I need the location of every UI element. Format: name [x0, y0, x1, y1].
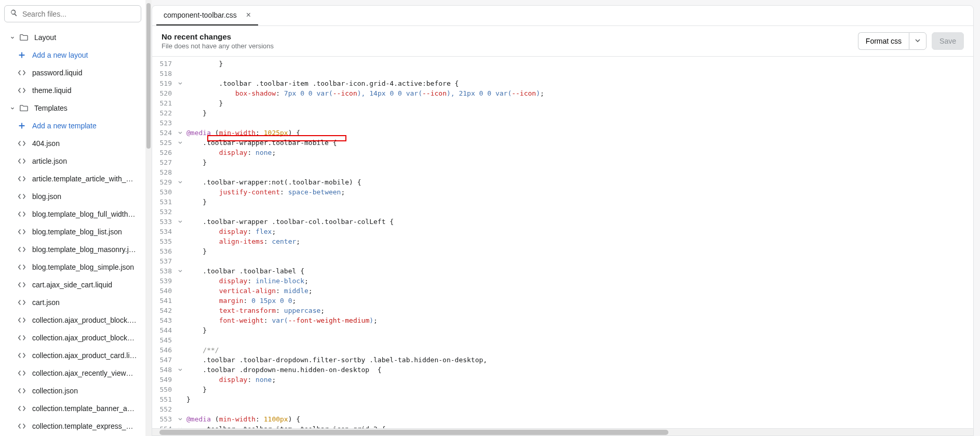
file-label: blog.template_blog_masonry.json: [32, 245, 137, 254]
folder-label: Layout: [34, 33, 137, 42]
code-icon: [17, 386, 27, 396]
code-content[interactable]: } .toolbar .toolbar-item .toolbar-icon.g…: [183, 57, 973, 428]
tree-file[interactable]: blog.template_blog_full_width.json: [4, 205, 141, 223]
code-icon: [17, 191, 27, 202]
file-label: theme.liquid: [32, 86, 137, 95]
code-icon: [17, 368, 27, 378]
code-icon: [17, 138, 27, 149]
plus-icon: [17, 121, 27, 131]
code-icon: [17, 315, 27, 325]
code-icon: [17, 333, 27, 343]
tree-folder[interactable]: Templates: [4, 99, 141, 117]
code-icon: [17, 421, 27, 431]
search-icon: [10, 9, 22, 19]
status-bar: No recent changes File does not have any…: [152, 26, 973, 57]
code-icon: [17, 174, 27, 184]
format-options-button[interactable]: [909, 32, 927, 50]
file-label: collection.template_banner_adv.json: [32, 404, 137, 413]
tree-add-item[interactable]: Add a new layout: [4, 46, 141, 64]
file-label: collection.ajax_product_block_load...: [32, 334, 137, 342]
tree-file[interactable]: article.template_article_with_produ...: [4, 170, 141, 188]
code-icon: [17, 156, 27, 166]
file-label: blog.template_blog_full_width.json: [32, 210, 137, 218]
file-label: Add a new template: [32, 122, 137, 130]
file-label: password.liquid: [32, 69, 137, 77]
chevron-down-icon: [8, 35, 17, 40]
code-icon: [17, 227, 27, 237]
tree-file[interactable]: collection.ajax_recently_viewed.liqu...: [4, 364, 141, 382]
sidebar-scrollbar[interactable]: [145, 0, 152, 436]
code-editor[interactable]: 5175185195205215225235245255265275285295…: [152, 57, 973, 428]
tree-file[interactable]: collection.template_banner_adv.json: [4, 400, 141, 417]
chevron-down-icon: [8, 105, 17, 111]
horizontal-scrollbar[interactable]: [152, 428, 973, 435]
format-button-group: Format css: [858, 32, 927, 50]
tree-file[interactable]: blog.json: [4, 188, 141, 205]
versions-sub: File does not have any other versions: [162, 42, 274, 50]
code-icon: [17, 297, 27, 308]
code-icon: [17, 244, 27, 255]
tree-file[interactable]: 404.json: [4, 135, 141, 152]
file-label: cart.ajax_side_cart.liquid: [32, 281, 137, 289]
file-label: blog.template_blog_list.json: [32, 228, 137, 236]
file-label: collection.ajax_recently_viewed.liqu...: [32, 369, 137, 377]
folder-label: Templates: [34, 104, 137, 112]
file-label: blog.json: [32, 192, 137, 201]
tree-file[interactable]: cart.ajax_side_cart.liquid: [4, 276, 141, 294]
plus-icon: [17, 50, 27, 60]
code-icon: [17, 262, 27, 272]
tree-add-item[interactable]: Add a new template: [4, 117, 141, 135]
tree-file[interactable]: blog.template_blog_list.json: [4, 223, 141, 241]
code-icon: [17, 280, 27, 290]
folder-icon: [19, 32, 29, 43]
format-button[interactable]: Format css: [858, 32, 909, 50]
tree-file[interactable]: collection.template_express_order.j...: [4, 417, 141, 435]
code-icon: [17, 68, 27, 78]
folder-icon: [19, 103, 29, 113]
close-icon[interactable]: ×: [246, 11, 251, 19]
line-gutter: 5175185195205215225235245255265275285295…: [152, 57, 177, 428]
file-label: article.template_article_with_produ...: [32, 175, 137, 183]
tree-file[interactable]: collection.json: [4, 382, 141, 400]
file-label: article.json: [32, 157, 137, 165]
code-icon: [17, 350, 27, 361]
file-label: collection.ajax_product_card.liquid: [32, 351, 137, 360]
tree-folder[interactable]: Layout: [4, 29, 141, 46]
file-label: Add a new layout: [32, 51, 137, 59]
code-icon: [17, 85, 27, 96]
tree-file[interactable]: collection.ajax_product_card.liquid: [4, 347, 141, 364]
tab-file[interactable]: component-toolbar.css ×: [156, 6, 258, 25]
code-icon: [17, 403, 27, 414]
file-label: collection.ajax_product_block.liquid: [32, 316, 137, 324]
tree-file[interactable]: collection.ajax_product_block.liquid: [4, 311, 141, 329]
tree-file[interactable]: cart.json: [4, 294, 141, 311]
file-label: blog.template_blog_simple.json: [32, 263, 137, 271]
save-button[interactable]: Save: [932, 32, 964, 50]
file-label: collection.json: [32, 387, 137, 395]
tree-file[interactable]: blog.template_blog_simple.json: [4, 258, 141, 276]
editor-main: component-toolbar.css × No recent change…: [152, 0, 980, 436]
versions-title: No recent changes: [162, 32, 274, 41]
fold-gutter: [177, 57, 183, 428]
tab-label: component-toolbar.css: [164, 11, 237, 19]
tree-file[interactable]: blog.template_blog_masonry.json: [4, 241, 141, 258]
file-tree-sidebar: LayoutAdd a new layoutpassword.liquidthe…: [0, 0, 152, 436]
tree-file[interactable]: collection.ajax_product_block_load...: [4, 329, 141, 347]
search-field[interactable]: [22, 10, 136, 18]
chevron-down-icon: [915, 37, 921, 45]
tree-file[interactable]: theme.liquid: [4, 82, 141, 99]
file-label: collection.template_express_order.j...: [32, 422, 137, 430]
tree-file[interactable]: article.json: [4, 152, 141, 170]
tree-file[interactable]: password.liquid: [4, 64, 141, 82]
search-files-input[interactable]: [4, 5, 141, 22]
file-label: cart.json: [32, 298, 137, 307]
code-icon: [17, 209, 27, 219]
editor-tabs: component-toolbar.css ×: [152, 6, 973, 26]
file-label: 404.json: [32, 139, 137, 148]
